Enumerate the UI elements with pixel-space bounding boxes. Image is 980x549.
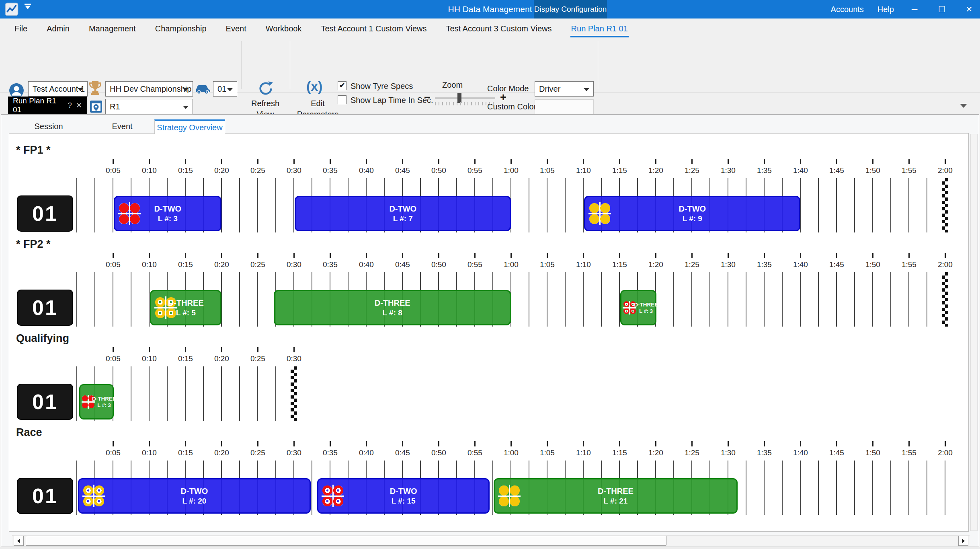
- car-number-box[interactable]: 01: [17, 290, 73, 326]
- display-configuration-tab[interactable]: Display Configuration: [534, 0, 607, 19]
- grid-line: [239, 178, 240, 232]
- tyre-icon: [82, 395, 88, 401]
- time-label: 0:40: [350, 260, 382, 269]
- zoom-slider-track[interactable]: [435, 97, 495, 99]
- menu-test-account-1-custom-views[interactable]: Test Account 1 Custom Views: [311, 19, 436, 39]
- stint-bar[interactable]: D-THREEL #: 3: [620, 290, 656, 325]
- zoom-out-button[interactable]: −: [424, 91, 431, 104]
- stint-label: D-THREEL #: 21: [495, 479, 736, 512]
- menu-event[interactable]: Event: [216, 19, 256, 39]
- scroll-left-button[interactable]: [14, 536, 24, 546]
- stint-bar[interactable]: D-THREEL #: 21: [494, 478, 738, 514]
- minimize-button[interactable]: ─: [908, 5, 921, 14]
- chevron-down-icon: [584, 88, 589, 91]
- menu-run-plan-r1-01[interactable]: Run Plan R1 01: [562, 19, 638, 39]
- show-tyre-specs-checkbox[interactable]: ✔: [338, 81, 346, 90]
- time-label: 0:10: [133, 448, 165, 457]
- championship-select[interactable]: HH Dev Championship: [105, 81, 193, 97]
- time-label: 1:00: [495, 260, 527, 269]
- event-select[interactable]: R1: [105, 99, 193, 114]
- time-tick-icon: [619, 253, 620, 258]
- time-label: 0:55: [459, 448, 491, 457]
- menu-management[interactable]: Management: [79, 19, 146, 39]
- stint-bar[interactable]: D-TWOL #: 7: [295, 196, 511, 231]
- tab-strategy-overview[interactable]: Strategy Overview: [154, 119, 225, 134]
- grid-line: [601, 272, 602, 327]
- grid-line: [257, 366, 258, 421]
- dock-list-dropdown-icon[interactable]: [960, 104, 967, 108]
- zoom-slider-thumb[interactable]: [457, 93, 461, 103]
- time-label: 1:15: [603, 260, 636, 269]
- tab-session-configuration[interactable]: Session Configuration: [12, 119, 85, 133]
- grid-line: [312, 461, 312, 515]
- time-label: 0:20: [205, 166, 238, 175]
- stint-lap-count: L #: 21: [604, 497, 628, 505]
- grid-line: [746, 461, 746, 515]
- stint-bar[interactable]: D-TWOL #: 3: [114, 196, 221, 231]
- stint-label: D-THREEL #: 3: [96, 385, 113, 418]
- stint-lap-count: L #: 9: [683, 214, 702, 223]
- car-number-box[interactable]: 01: [17, 384, 73, 420]
- car-number-box[interactable]: 01: [17, 478, 73, 514]
- time-tick-icon: [221, 347, 222, 352]
- stint-bar[interactable]: D-TWOL #: 9: [584, 196, 800, 231]
- menu-championship[interactable]: Championship: [146, 19, 216, 39]
- menu-file[interactable]: File: [5, 19, 37, 39]
- stint-bar[interactable]: D-THREEL #: 3: [79, 384, 114, 419]
- time-label: 0:10: [133, 354, 165, 363]
- time-label: 0:35: [314, 166, 346, 175]
- color-mode-select[interactable]: Driver: [535, 81, 594, 97]
- time-label: 1:05: [531, 260, 563, 269]
- account-select[interactable]: Test Account 1: [28, 81, 88, 97]
- time-tick-icon: [113, 159, 114, 164]
- dock-tab-help-icon[interactable]: ?: [68, 101, 72, 110]
- car-number-box[interactable]: 01: [17, 195, 73, 232]
- car-select[interactable]: 01: [213, 81, 237, 97]
- stint-bar[interactable]: D-THREEL #: 5: [150, 290, 221, 325]
- dock-tab-close-icon[interactable]: ✕: [76, 101, 82, 110]
- stint-bar[interactable]: D-TWOL #: 20: [78, 478, 311, 514]
- time-label: 0:55: [459, 260, 491, 269]
- time-label: 1:30: [712, 260, 744, 269]
- time-label: 1:15: [603, 166, 636, 175]
- time-label: 0:45: [386, 166, 418, 175]
- event-calendar-icon: [89, 99, 103, 114]
- time-tick-icon: [474, 159, 476, 164]
- grid-line: [764, 272, 765, 327]
- tab-event-summary[interactable]: Event Summary: [96, 119, 149, 133]
- menu-workbook[interactable]: Workbook: [256, 19, 312, 39]
- help-menu[interactable]: Help: [877, 5, 894, 14]
- time-tick-icon: [149, 347, 150, 352]
- time-tick-icon: [330, 441, 331, 446]
- account-icon: [9, 83, 24, 98]
- stint-bar[interactable]: D-THREEL #: 8: [274, 290, 511, 325]
- menu-test-account-3-custom-views[interactable]: Test Account 3 Custom Views: [436, 19, 561, 39]
- time-tick-icon: [691, 441, 693, 446]
- stint-bar[interactable]: D-TWOL #: 15: [317, 478, 490, 514]
- triangle-left-icon: [17, 539, 20, 543]
- time-tick-icon: [800, 253, 801, 258]
- time-label: 0:25: [242, 448, 274, 457]
- time-tick-icon: [908, 441, 910, 446]
- time-label: 1:40: [784, 260, 816, 269]
- time-tick-icon: [366, 159, 367, 164]
- time-tick-icon: [836, 159, 837, 164]
- show-lap-time-checkbox[interactable]: [338, 95, 346, 104]
- maximize-button[interactable]: ☐: [935, 4, 949, 14]
- time-tick-icon: [257, 253, 258, 258]
- menu-admin[interactable]: Admin: [37, 19, 79, 39]
- dock-tab-run-plan[interactable]: Run Plan R1 01 ? ✕: [8, 97, 87, 114]
- time-label: 1:45: [820, 166, 853, 175]
- scroll-right-button[interactable]: [958, 536, 968, 546]
- accounts-menu[interactable]: Accounts: [831, 5, 864, 14]
- horizontal-scrollbar-thumb[interactable]: [26, 536, 666, 546]
- stint-label: D-THREEL #: 3: [637, 291, 655, 324]
- time-label: 0:25: [242, 166, 274, 175]
- tyre-icon: [630, 308, 636, 314]
- grid-line: [257, 178, 258, 232]
- time-label: 1:30: [712, 448, 744, 457]
- stint-compound-name: D-TWO: [154, 204, 181, 213]
- time-label: 1:40: [784, 448, 816, 457]
- close-button[interactable]: ✕: [962, 4, 976, 14]
- vertical-scrollbar[interactable]: [970, 134, 978, 531]
